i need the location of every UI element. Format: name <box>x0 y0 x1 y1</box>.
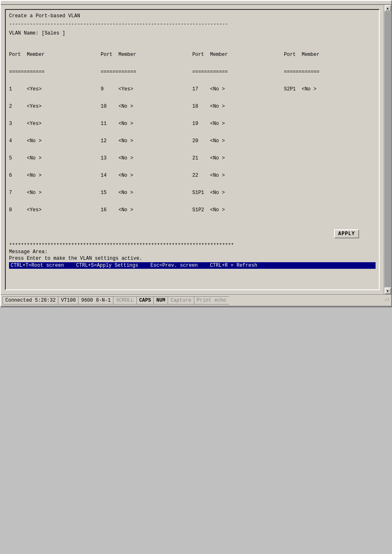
col3-r7[interactable]: S1P1 <No > <box>192 190 284 196</box>
port-column-4: Port Member ============ S2P1 <No > <box>284 40 376 224</box>
col3-r5[interactable]: 21 <No > <box>192 155 284 161</box>
col2-r8[interactable]: 16 <No > <box>101 207 192 213</box>
col1-r5[interactable]: 5 <No > <box>9 155 101 161</box>
section-divider: ----------------------------------------… <box>9 21 376 27</box>
main-content: Create a Port-based VLAN ---------------… <box>1 5 391 294</box>
col3-r1[interactable]: 17 <No > <box>192 86 284 92</box>
col4-header: Port Member <box>284 52 376 58</box>
status-bar: Connected 5:28:32 VT100 9600 8-N-1 SCROL… <box>1 294 391 306</box>
shortcut-ctrl-s[interactable]: CTRL+S=Apply Settings <box>76 263 138 268</box>
port-column-3: Port Member ============ 17 <No > 18 <No… <box>192 40 284 224</box>
shortcut-bar: CTRL+T=Root screen CTRL+S=Apply Settings… <box>9 262 376 269</box>
col1-r7[interactable]: 7 <No > <box>9 190 101 196</box>
col3-header: Port Member <box>192 52 284 58</box>
terminal-area: Create a Port-based VLAN ---------------… <box>1 5 384 294</box>
col3-r4[interactable]: 20 <No > <box>192 138 284 144</box>
col1-r3[interactable]: 3 <Yes> <box>9 121 101 127</box>
col2-r6[interactable]: 14 <No > <box>101 173 192 178</box>
col1-header: Port Member <box>9 52 101 58</box>
shortcut-ctrl-r[interactable]: CTRL+R = Refresh <box>210 263 257 268</box>
vlan-create-header: Create a Port-based VLAN <box>9 13 376 19</box>
col3-r8[interactable]: S1P2 <No > <box>192 207 284 213</box>
col2-r7[interactable]: 15 <No > <box>101 190 192 196</box>
port-column-1: Port Member ============ 1 <Yes> 2 <Yes>… <box>9 40 101 224</box>
message-area-label: Message Area: <box>9 249 376 255</box>
col4-sep: ============ <box>284 69 376 75</box>
apply-button[interactable]: APPLY <box>334 229 359 238</box>
terminal-box: Create a Port-based VLAN ---------------… <box>5 9 380 290</box>
col1-r1[interactable]: 1 <Yes> <box>9 86 101 92</box>
scroll-track[interactable] <box>385 12 391 287</box>
col2-r5[interactable]: 13 <No > <box>101 155 192 161</box>
message-text: Press Enter to make the VLAN settings ac… <box>9 256 376 261</box>
col2-sep: ============ <box>101 69 192 75</box>
bottom-divider <box>1 306 391 307</box>
col1-r8[interactable]: 8 <Yes> <box>9 207 101 213</box>
status-caps: CAPS <box>136 296 154 305</box>
col3-sep: ============ <box>192 69 284 75</box>
main-window: Create a Port-based VLAN ---------------… <box>0 0 392 307</box>
port-table: Port Member ============ 1 <Yes> 2 <Yes>… <box>9 40 376 224</box>
col2-r3[interactable]: 11 <No > <box>101 121 192 127</box>
status-num: NUM <box>153 296 168 305</box>
col4-r1[interactable]: S2P1 <No > <box>284 86 376 92</box>
resize-grip[interactable]: // <box>385 298 390 302</box>
apply-row: APPLY <box>9 229 376 238</box>
status-scroll: SCROLL <box>113 296 136 305</box>
shortcut-ctrl-t[interactable]: CTRL+T=Root screen <box>11 263 64 268</box>
col1-sep: ============ <box>9 69 101 75</box>
scroll-down-button[interactable]: ▼ <box>385 288 391 294</box>
col1-r4[interactable]: 4 <No > <box>9 138 101 144</box>
vlan-name-row: VLAN Name: [Sales ] <box>9 30 376 36</box>
stars-divider: ****************************************… <box>9 242 376 248</box>
port-column-2: Port Member ============ 9 <Yes> 10 <No … <box>101 40 192 224</box>
col2-r4[interactable]: 12 <No > <box>101 138 192 144</box>
status-capture: Capture <box>168 296 194 305</box>
col3-r6[interactable]: 22 <No > <box>192 173 284 178</box>
scroll-up-button[interactable]: ▲ <box>385 5 391 12</box>
col2-r2[interactable]: 10 <No > <box>101 104 192 109</box>
col1-r2[interactable]: 2 <Yes> <box>9 104 101 109</box>
col3-r3[interactable]: 19 <No > <box>192 121 284 127</box>
col1-r6[interactable]: 6 <No > <box>9 173 101 178</box>
scrollbar-right: ▲ ▼ <box>384 5 391 294</box>
status-connected: Connected 5:28:32 <box>2 296 58 305</box>
status-terminal: VT100 <box>58 296 78 305</box>
col2-header: Port Member <box>101 52 192 58</box>
col2-r1[interactable]: 9 <Yes> <box>101 86 192 92</box>
shortcut-esc[interactable]: Esc=Prev. screen <box>150 263 198 268</box>
col3-r2[interactable]: 18 <No > <box>192 104 284 109</box>
status-print-echo: Print echo <box>194 296 229 305</box>
bottom-spacer <box>0 307 392 554</box>
status-baud: 9600 8-N-1 <box>78 296 113 305</box>
